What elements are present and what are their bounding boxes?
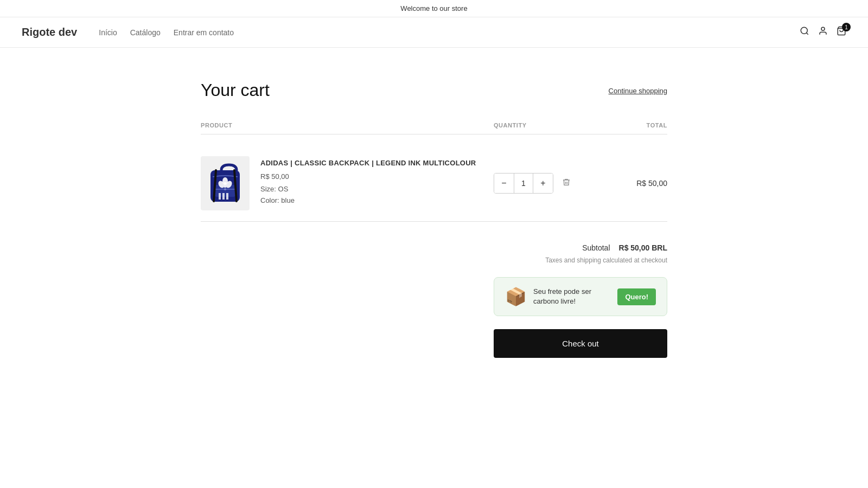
cart-item-product: ADIDAS | CLASSIC BACKPACK | LEGEND INK M… — [201, 156, 494, 210]
svg-point-2 — [821, 27, 825, 30]
tax-note: Taxes and shipping calculated at checkou… — [545, 256, 667, 264]
product-price: R$ 50,00 — [260, 172, 494, 181]
quantity-value: 1 — [514, 174, 533, 193]
continue-shopping-link[interactable]: Continue shopping — [609, 80, 667, 95]
svg-rect-8 — [219, 193, 221, 200]
carbon-icon: 📦 — [505, 286, 527, 307]
remove-item-button[interactable] — [560, 176, 573, 191]
checkout-button[interactable]: Check out — [494, 329, 667, 358]
cart-item-details: ADIDAS | CLASSIC BACKPACK | LEGEND INK M… — [260, 156, 494, 207]
quantity-control: − 1 + — [494, 173, 602, 194]
product-size: Size: OS — [260, 184, 494, 195]
svg-line-1 — [806, 33, 808, 34]
banner-text: Welcome to our store — [400, 4, 467, 12]
col-quantity: Quantity — [494, 122, 602, 129]
decrease-quantity-button[interactable]: − — [494, 174, 514, 193]
subtotal-row: Subtotal R$ 50,00 BRL — [582, 243, 667, 252]
product-name: ADIDAS | CLASSIC BACKPACK | LEGEND INK M… — [260, 158, 494, 168]
header-icons: 1 — [800, 26, 846, 38]
cart-badge: 1 — [842, 23, 851, 31]
item-total: R$ 50,00 — [602, 179, 667, 188]
svg-point-7 — [224, 188, 226, 190]
quantity-box: − 1 + — [494, 173, 553, 194]
svg-rect-14 — [224, 182, 226, 188]
cart-icon[interactable]: 1 — [837, 26, 846, 38]
svg-rect-10 — [226, 193, 228, 200]
nav-catalogo[interactable]: Catálogo — [130, 28, 161, 37]
svg-rect-9 — [222, 193, 225, 200]
carbon-text: Seu frete pode ser carbono livre! — [533, 287, 611, 306]
subtotal-value: R$ 50,00 BRL — [619, 243, 667, 252]
top-banner: Welcome to our store — [0, 0, 868, 17]
carbon-button[interactable]: Quero! — [617, 288, 656, 305]
cart-header: Your cart Continue shopping — [201, 80, 667, 100]
svg-point-0 — [801, 27, 807, 34]
account-icon[interactable] — [818, 26, 828, 38]
col-product: Product — [201, 122, 494, 129]
nav-inicio[interactable]: Início — [99, 28, 117, 37]
header: Rigote dev Início Catálogo Entrar em con… — [0, 17, 868, 48]
subtotal-label: Subtotal — [582, 243, 610, 252]
nav-contato[interactable]: Entrar em contato — [174, 28, 234, 37]
carbon-free-banner: 📦 Seu frete pode ser carbono livre! Quer… — [494, 277, 667, 316]
cart-columns: Product Quantity Total — [201, 122, 667, 134]
main-nav: Início Catálogo Entrar em contato — [99, 28, 800, 37]
cart-page: Your cart Continue shopping Product Quan… — [190, 48, 678, 390]
cart-title: Your cart — [201, 80, 270, 100]
table-row: ADIDAS | CLASSIC BACKPACK | LEGEND INK M… — [201, 145, 667, 222]
product-color: Color: blue — [260, 195, 494, 207]
brand-logo[interactable]: Rigote dev — [22, 26, 77, 38]
increase-quantity-button[interactable]: + — [533, 174, 553, 193]
product-image — [201, 156, 250, 210]
subtotal-section: Subtotal R$ 50,00 BRL Taxes and shipping… — [201, 243, 667, 358]
col-total: Total — [602, 122, 667, 129]
search-icon[interactable] — [800, 26, 809, 38]
